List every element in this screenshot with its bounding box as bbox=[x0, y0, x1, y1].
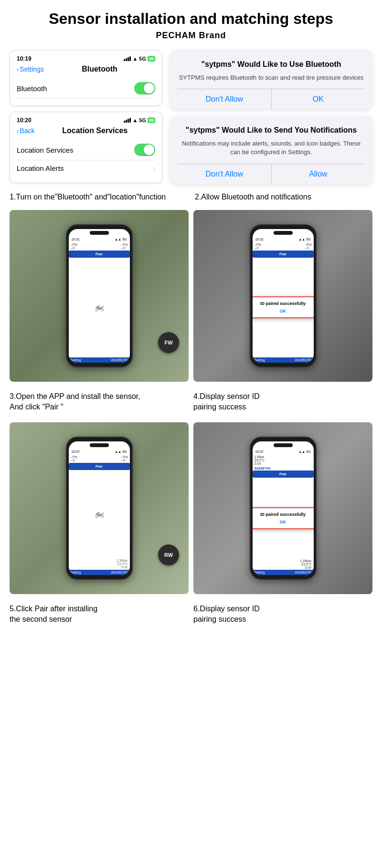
step4-popup-title: ID paired successfully bbox=[256, 301, 310, 306]
step5-caption-line1: 5.Click Pair after installing bbox=[10, 605, 97, 613]
step3-sensor-fw: FW bbox=[158, 332, 179, 353]
step4-status: 10:31 ▲▲ 5G bbox=[253, 237, 314, 242]
step4-bottom-bar: Setting A91B5CFE bbox=[253, 357, 314, 363]
step4-photo-cell: @PECHAM 10:31 ▲▲ 5G --Psi --V bbox=[193, 210, 372, 382]
step4-pressure-left: --Psi --V bbox=[255, 243, 261, 250]
step6-pressure: 1.6Bar 23.0°C 3.0V bbox=[253, 454, 314, 466]
signal-bar-2 bbox=[126, 58, 127, 61]
notification-deny-btn[interactable]: Don't Allow bbox=[178, 164, 272, 184]
step3-status: 10:31 ▲▲ 5G bbox=[69, 237, 130, 242]
alerts-column: "sytpms" Would Like to Use Bluetooth SYT… bbox=[170, 50, 372, 184]
signal-bar-1 bbox=[124, 59, 125, 61]
bluetooth-back-btn[interactable]: ‹ Settings bbox=[17, 65, 44, 73]
step5-setting: Setting bbox=[71, 571, 81, 574]
location-network-type: 5G bbox=[139, 117, 146, 123]
wifi-icon: ▲ bbox=[132, 56, 138, 62]
step2-caption-text: 2.Allow Bluetooth and notifications bbox=[195, 193, 311, 201]
bluetooth-ok-btn[interactable]: OK bbox=[272, 89, 365, 109]
location-nav-title: Location Services bbox=[34, 126, 155, 135]
bluetooth-screen: 10:19 ▲ 5G 96 ‹ bbox=[10, 50, 162, 106]
bluetooth-nav-title: Bluetooth bbox=[44, 65, 155, 73]
brand-subtitle: PECHAM Brand bbox=[10, 31, 372, 41]
step3-phone-screen: 10:31 ▲▲ 5G --Psi --V --Psi --V bbox=[69, 229, 130, 363]
step3-bottom-bar: Setting A91B5CFE bbox=[69, 357, 130, 363]
step4-success-popup: ID paired successfully OK bbox=[253, 296, 314, 318]
step6-status: 10:37 ▲▲ 5G bbox=[253, 449, 314, 454]
main-title: Sensor installation and matching steps bbox=[10, 10, 372, 28]
bluetooth-deny-btn[interactable]: Don't Allow bbox=[178, 89, 272, 109]
location-back-chevron: ‹ bbox=[17, 127, 19, 135]
step4-caption-cell: 4.Display sensor ID pairing success bbox=[193, 387, 372, 413]
step5-phone: 10:37 ▲▲ 5G --Psi --V --Psi --V bbox=[66, 437, 133, 580]
signal-bar-4 bbox=[129, 56, 131, 61]
step3-id: A91B5CFE bbox=[111, 358, 127, 362]
step3-caption-line1: 3.Open the APP and install the sensor, bbox=[10, 392, 140, 400]
step5-network: ▲▲ 5G bbox=[115, 450, 127, 453]
step6-bottom-bar: Setting A91B5CFE bbox=[253, 570, 314, 575]
step5-status: 10:37 ▲▲ 5G bbox=[69, 449, 130, 454]
step4-time: 10:31 bbox=[255, 238, 264, 241]
step3-pair-bar[interactable]: Pair bbox=[69, 251, 130, 258]
step4-pair-bar[interactable]: Pair bbox=[253, 251, 314, 258]
step4-caption: 4.Display sensor ID pairing success bbox=[193, 391, 372, 413]
step3-photo: @PECHAM 10:31 ▲▲ 5G --Psi --V bbox=[10, 210, 189, 382]
step5-notch bbox=[90, 443, 109, 447]
signal-bar-l4 bbox=[129, 118, 131, 123]
location-back-btn[interactable]: ‹ Back bbox=[17, 127, 34, 135]
notification-alert-title: "sytpms" Would Like to Send You Notifica… bbox=[178, 125, 365, 136]
step4-popup-ok[interactable]: OK bbox=[256, 309, 310, 314]
bluetooth-label: Bluetooth bbox=[17, 84, 47, 93]
step1-caption: 1.Turn on the"Bluetooth" and"location"fu… bbox=[10, 192, 187, 202]
step5-pair-bar[interactable]: Pair bbox=[69, 463, 130, 470]
step5-moto-icon: 🏍 bbox=[94, 508, 105, 520]
step4-id: A91B5CFE bbox=[295, 358, 311, 362]
location-alerts-chevron: › bbox=[153, 165, 155, 172]
step4-notch bbox=[274, 231, 293, 235]
location-screen: 10:20 ▲ 5G 96 ‹ bbox=[10, 112, 162, 183]
step6-success-popup: ID paired successfully OK bbox=[253, 507, 314, 529]
bluetooth-toggle[interactable] bbox=[134, 82, 155, 94]
step3-phone: 10:31 ▲▲ 5G --Psi --V --Psi --V bbox=[66, 224, 133, 367]
step3-moto-area: 🏍 bbox=[69, 258, 130, 357]
bluetooth-status-bar: 10:19 ▲ 5G 96 bbox=[17, 55, 155, 62]
step5-id: A91B5CFE bbox=[111, 571, 127, 574]
step3-caption-cell: 3.Open the APP and install the sensor, A… bbox=[10, 387, 189, 413]
step5-time: 10:37 bbox=[72, 450, 80, 453]
signal-bar-l3 bbox=[127, 119, 129, 123]
battery-badge: 96 bbox=[148, 56, 155, 62]
step3-photo-cell: @PECHAM 10:31 ▲▲ 5G --Psi --V bbox=[10, 210, 189, 382]
bluetooth-alert-message: SYTPMS requires Bluetooth to scan and re… bbox=[178, 73, 365, 82]
location-toggle[interactable] bbox=[134, 144, 155, 156]
step6-id: A91B5CFE bbox=[295, 571, 311, 574]
step5-phone-screen: 10:37 ▲▲ 5G --Psi --V --Psi --V bbox=[69, 441, 130, 575]
notification-alert: "sytpms" Would Like to Send You Notifica… bbox=[170, 116, 372, 184]
step6-pair-bar: Pair bbox=[253, 471, 314, 478]
step4-caption-line2: pairing success bbox=[193, 403, 246, 411]
step6-id-label: 3AD8F744 bbox=[253, 466, 314, 471]
notification-allow-btn[interactable]: Allow bbox=[272, 164, 365, 184]
location-status-bar: 10:20 ▲ 5G 96 bbox=[17, 117, 155, 124]
notification-alert-buttons: Don't Allow Allow bbox=[178, 164, 365, 184]
step4-phone-screen: 10:31 ▲▲ 5G --Psi --V --Psi --V bbox=[253, 229, 314, 363]
step4-photo: @PECHAM 10:31 ▲▲ 5G --Psi --V bbox=[193, 210, 372, 382]
step6-caption-line2: pairing success bbox=[193, 615, 246, 623]
step6-bar-left: 1.6Bar 23.0°C 3.0V bbox=[255, 455, 265, 465]
step4-setting: Setting bbox=[255, 358, 265, 362]
step-captions-1: 1.Turn on the"Bluetooth" and"location"fu… bbox=[10, 192, 372, 202]
step2-caption: 2.Allow Bluetooth and notifications bbox=[195, 192, 372, 202]
step3-pressure-right: --Psi --V bbox=[121, 243, 127, 250]
bluetooth-back-label: Settings bbox=[20, 65, 44, 73]
step6-notch bbox=[274, 443, 293, 447]
bluetooth-nav-bar: ‹ Settings Bluetooth bbox=[17, 65, 155, 73]
step4-moto-area: 🏍 ID paired successfully OK bbox=[253, 258, 314, 357]
step5-caption-line2: the second sensor bbox=[10, 615, 72, 623]
step6-phone: 10:37 ▲▲ 5G 1.6Bar 23.0°C 3.0V 3AD8F744 … bbox=[250, 437, 317, 580]
step3-setting: Setting bbox=[71, 358, 81, 362]
location-back-label: Back bbox=[20, 127, 34, 135]
photos-row-1: @PECHAM 10:31 ▲▲ 5G --Psi --V bbox=[10, 210, 372, 382]
signal-bar-l1 bbox=[124, 121, 125, 123]
location-alerts-row[interactable]: Location Alerts › bbox=[17, 160, 155, 176]
step6-popup-ok[interactable]: OK bbox=[256, 520, 310, 524]
bluetooth-alert-buttons: Don't Allow OK bbox=[178, 89, 365, 109]
step5-photo: @PECHAM 10:37 ▲▲ 5G --Psi --V bbox=[10, 422, 189, 594]
